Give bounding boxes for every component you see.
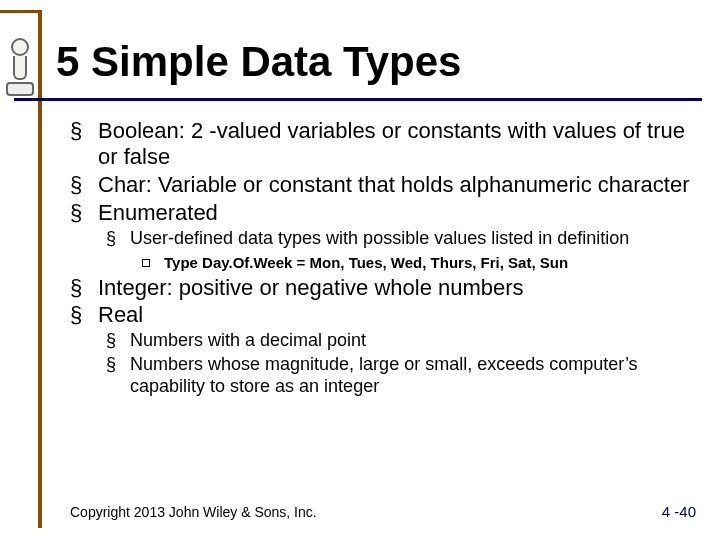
slide-title: 5 Simple Data Types — [56, 38, 461, 86]
bullet-integer: Integer: positive or negative whole numb… — [70, 275, 690, 301]
slide-body: Boolean: 2 -valued variables or constant… — [70, 118, 690, 400]
bullet-real-sub1: Numbers with a decimal point — [106, 330, 690, 352]
bullet-enumerated: Enumerated User-defined data types with … — [70, 200, 690, 273]
bullet-enumerated-example: Type Day.Of.Week = Mon, Tues, Wed, Thurs… — [142, 254, 690, 273]
bullet-enumerated-sub: User-defined data types with possible va… — [106, 228, 690, 273]
bullet-char: Char: Variable or constant that holds al… — [70, 172, 690, 198]
copyright-text: Copyright 2013 John Wiley & Sons, Inc. — [70, 504, 317, 520]
top-accent-rule — [0, 10, 38, 13]
bullet-enumerated-label: Enumerated — [98, 200, 218, 225]
bullet-real-sub2: Numbers whose magnitude, large or small,… — [106, 354, 690, 398]
page-number: 4 -40 — [662, 503, 696, 520]
bullet-enumerated-sub-label: User-defined data types with possible va… — [130, 228, 629, 248]
title-underline — [14, 98, 702, 101]
left-accent-rule — [38, 10, 42, 528]
bullet-real: Real Numbers with a decimal point Number… — [70, 302, 690, 398]
slide-footer: Copyright 2013 John Wiley & Sons, Inc. 4… — [70, 504, 696, 520]
assistant-clip-icon — [6, 38, 34, 92]
bullet-real-label: Real — [98, 302, 143, 327]
bullet-boolean: Boolean: 2 -valued variables or constant… — [70, 118, 690, 170]
